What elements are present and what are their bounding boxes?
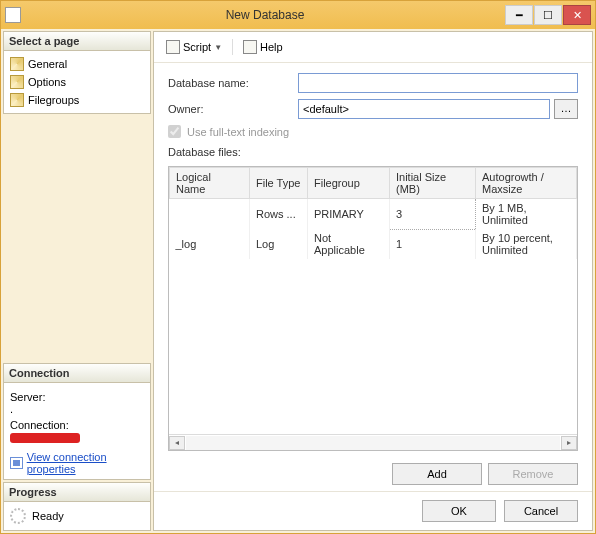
cancel-button[interactable]: Cancel xyxy=(504,500,578,522)
select-page-header: Select a page xyxy=(4,32,150,51)
progress-spinner-icon xyxy=(10,508,26,524)
maximize-button[interactable]: ☐ xyxy=(534,5,562,25)
owner-label: Owner: xyxy=(168,103,298,115)
progress-header: Progress xyxy=(4,483,150,502)
fulltext-checkbox xyxy=(168,125,181,138)
connection-panel: Connection Server: . Connection: View co… xyxy=(3,363,151,480)
table-row[interactable]: Rows ... PRIMARY 3 By 1 MB, Unlimited xyxy=(170,199,577,230)
col-filegroup[interactable]: Filegroup xyxy=(308,168,390,199)
page-icon xyxy=(10,75,24,89)
fulltext-label: Use full-text indexing xyxy=(187,126,289,138)
server-label: Server: xyxy=(10,391,144,403)
remove-button: Remove xyxy=(488,463,578,485)
database-name-input[interactable] xyxy=(298,73,578,93)
connection-label: Connection: xyxy=(10,419,144,431)
nav-item-general[interactable]: General xyxy=(4,55,150,73)
window-title: New Database xyxy=(25,8,505,22)
progress-status: Ready xyxy=(32,510,64,522)
database-files-label: Database files: xyxy=(168,146,578,158)
progress-panel: Progress Ready xyxy=(3,482,151,531)
col-logical-name[interactable]: Logical Name xyxy=(170,168,250,199)
properties-icon xyxy=(10,457,23,469)
page-icon xyxy=(10,93,24,107)
connection-header: Connection xyxy=(4,364,150,383)
nav-item-options[interactable]: Options xyxy=(4,73,150,91)
add-button[interactable]: Add xyxy=(392,463,482,485)
titlebar: New Database ━ ☐ ✕ xyxy=(1,1,595,29)
nav-item-filegroups[interactable]: Filegroups xyxy=(4,91,150,109)
minimize-button[interactable]: ━ xyxy=(505,5,533,25)
table-row[interactable]: _log Log Not Applicable 1 By 10 percent,… xyxy=(170,229,577,259)
view-connection-properties-link[interactable]: View connection properties xyxy=(10,451,144,475)
scroll-left-button[interactable]: ◂ xyxy=(169,436,185,450)
database-files-grid[interactable]: Logical Name File Type Filegroup Initial… xyxy=(168,166,578,451)
script-icon xyxy=(166,40,180,54)
col-file-type[interactable]: File Type xyxy=(250,168,308,199)
scroll-track[interactable] xyxy=(186,436,560,450)
script-button[interactable]: Script▼ xyxy=(162,38,226,56)
database-name-label: Database name: xyxy=(168,77,298,89)
page-icon xyxy=(10,57,24,71)
owner-input[interactable] xyxy=(298,99,550,119)
ok-button[interactable]: OK xyxy=(422,500,496,522)
owner-browse-button[interactable]: … xyxy=(554,99,578,119)
help-button[interactable]: Help xyxy=(239,38,287,56)
grid-empty-area xyxy=(169,259,577,434)
horizontal-scrollbar[interactable]: ◂ ▸ xyxy=(169,434,577,450)
toolbar: Script▼ Help xyxy=(154,32,592,63)
connection-value-redacted xyxy=(10,433,80,443)
app-icon xyxy=(5,7,21,23)
col-initial-size[interactable]: Initial Size (MB) xyxy=(390,168,476,199)
new-database-dialog: New Database ━ ☐ ✕ Select a page General… xyxy=(0,0,596,534)
select-page-panel: Select a page General Options Filegroups xyxy=(3,31,151,114)
separator xyxy=(232,39,233,55)
help-icon xyxy=(243,40,257,54)
close-button[interactable]: ✕ xyxy=(563,5,591,25)
scroll-right-button[interactable]: ▸ xyxy=(561,436,577,450)
col-autogrowth[interactable]: Autogrowth / Maxsize xyxy=(476,168,577,199)
server-value: . xyxy=(10,403,144,415)
chevron-down-icon: ▼ xyxy=(214,43,222,52)
